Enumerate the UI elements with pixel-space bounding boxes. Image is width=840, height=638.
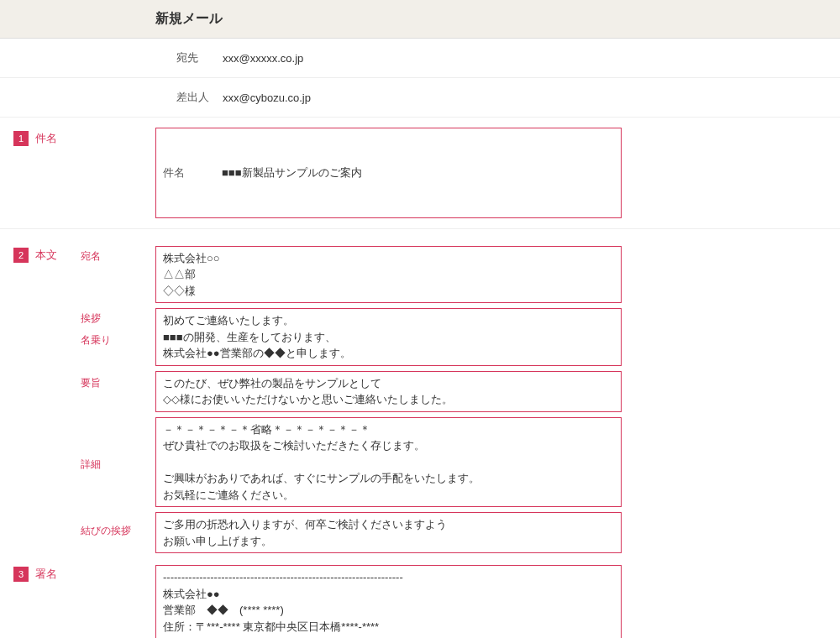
nanori-text: ■■■の開発、生産をしております、 株式会社●●営業部の◆◆と申します。 xyxy=(163,331,351,360)
aisatsu-text: 初めてご連絡いたします。 xyxy=(163,314,294,327)
musubi-block: 結びの挨拶 ご多用の折恐れ入りますが、何卒ご検討くださいますよう お願い申し上げ… xyxy=(0,512,840,553)
musubi-label: 結びの挨拶 xyxy=(81,524,131,538)
body-section: 2 本文 宛名 株式会社○○ △△部 ◇◇様 挨拶 名乗り 初めてご連絡いたしま… xyxy=(0,229,840,639)
subject-section: 1 件名 件名 ■■■新製品サンプルのご案内 xyxy=(0,118,840,229)
subject-box: 件名 ■■■新製品サンプルのご案内 xyxy=(155,128,622,218)
youshi-block: 要旨 このたび、ぜひ弊社の製品をサンプルとして ◇◇様にお使いいただけないかと思… xyxy=(0,371,840,412)
aisatsu-nanori-box: 初めてご連絡いたします。 ■■■の開発、生産をしております、 株式会社●●営業部… xyxy=(155,308,622,366)
window-title: 新規メール xyxy=(0,0,840,39)
youshi-label: 要旨 xyxy=(81,376,101,390)
signature-box: ----------------------------------------… xyxy=(155,565,622,638)
to-value: xxx@xxxxx.co.jp xyxy=(223,52,303,65)
to-label: 宛先 xyxy=(176,50,223,65)
atena-label: 宛名 xyxy=(81,249,101,264)
atena-box: 株式会社○○ △△部 ◇◇様 xyxy=(155,246,622,304)
marker-3-badge: 3 xyxy=(13,567,29,582)
aisatsu-label: 挨拶 xyxy=(81,311,101,326)
marker-1-label: 件名 xyxy=(35,131,57,146)
musubi-box: ご多用の折恐れ入りますが、何卒ご検討くださいますよう お願い申し上げます。 xyxy=(155,512,622,553)
from-row: 差出人 xxx@cybozu.co.jp xyxy=(0,78,840,118)
marker-3-label: 署名 xyxy=(35,567,57,582)
subject-value: ■■■新製品サンプルのご案内 xyxy=(222,165,362,181)
youshi-box: このたび、ぜひ弊社の製品をサンプルとして ◇◇様にお使いいただけないかと思いご連… xyxy=(155,371,622,412)
atena-block: 宛名 株式会社○○ △△部 ◇◇様 xyxy=(0,246,840,304)
shousai-label: 詳細 xyxy=(81,458,101,472)
marker-1-badge: 1 xyxy=(13,131,29,146)
shousai-block: 詳細 －＊－＊－＊－＊省略＊－＊－＊－＊－＊ ぜひ貴社でのお取扱をご検討いただき… xyxy=(0,417,840,508)
aisatsu-nanori-block: 挨拶 名乗り 初めてご連絡いたします。 ■■■の開発、生産をしております、 株式… xyxy=(0,308,840,366)
nanori-label: 名乗り xyxy=(81,333,111,348)
to-row: 宛先 xxx@xxxxx.co.jp xyxy=(0,39,840,78)
from-label: 差出人 xyxy=(176,90,223,105)
subject-inner-label: 件名 xyxy=(163,165,222,181)
shousai-box: －＊－＊－＊－＊省略＊－＊－＊－＊－＊ ぜひ貴社でのお取扱をご検討いただきたく存… xyxy=(155,417,622,508)
signature-block: 3 署名 -----------------------------------… xyxy=(0,565,840,638)
from-value: xxx@cybozu.co.jp xyxy=(223,92,311,104)
